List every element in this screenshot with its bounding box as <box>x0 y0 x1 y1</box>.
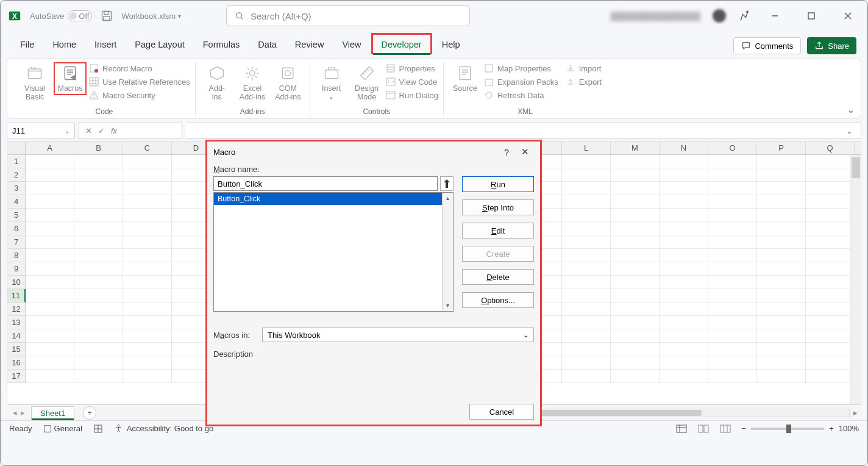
cell[interactable] <box>26 370 74 383</box>
row-header[interactable]: 11 <box>7 289 26 303</box>
cell[interactable] <box>562 356 611 370</box>
cell[interactable] <box>660 370 708 383</box>
cell[interactable] <box>708 329 757 343</box>
cell[interactable] <box>708 155 757 168</box>
cell[interactable] <box>74 303 123 316</box>
cell[interactable] <box>611 356 660 370</box>
cell[interactable] <box>806 235 855 249</box>
list-scrollbar[interactable]: ▴▾ <box>442 193 453 311</box>
cell[interactable] <box>562 209 611 222</box>
run-dialog-button[interactable]: Run Dialog <box>386 90 438 100</box>
cell[interactable] <box>708 182 757 195</box>
cell[interactable] <box>660 276 708 289</box>
cell[interactable] <box>26 235 74 249</box>
row-header[interactable]: 17 <box>7 370 26 383</box>
cell[interactable] <box>660 235 708 249</box>
options-button[interactable]: Options... <box>462 292 534 308</box>
col-header[interactable]: L <box>562 142 611 154</box>
cell[interactable] <box>660 316 708 329</box>
cell[interactable] <box>26 303 74 316</box>
cell[interactable] <box>611 303 660 316</box>
row-header[interactable]: 13 <box>7 316 26 329</box>
tab-view[interactable]: View <box>333 35 369 54</box>
tab-help[interactable]: Help <box>433 35 469 54</box>
cell[interactable] <box>806 155 855 168</box>
col-header[interactable]: C <box>123 142 172 154</box>
run-button[interactable]: Run <box>462 176 534 192</box>
view-normal-icon[interactable] <box>676 425 687 433</box>
cell[interactable] <box>74 343 123 356</box>
import-button[interactable]: Import <box>566 63 602 73</box>
cell[interactable] <box>660 329 708 343</box>
record-macro-button[interactable]: Record Macro <box>89 63 190 73</box>
tab-review[interactable]: Review <box>286 35 333 54</box>
select-all-corner[interactable] <box>7 142 26 154</box>
row-header[interactable]: 9 <box>7 262 26 276</box>
cell[interactable] <box>708 168 757 182</box>
cell[interactable] <box>74 329 123 343</box>
cell[interactable] <box>757 249 806 262</box>
cell[interactable] <box>74 276 123 289</box>
cell[interactable] <box>708 356 757 370</box>
sheet-tab-sheet1[interactable]: Sheet1 <box>31 406 74 420</box>
cell[interactable] <box>757 343 806 356</box>
cell[interactable] <box>611 343 660 356</box>
tab-page-layout[interactable]: Page Layout <box>126 35 193 54</box>
cell[interactable] <box>26 262 74 276</box>
cell[interactable] <box>660 249 708 262</box>
cell[interactable] <box>26 343 74 356</box>
tab-formulas[interactable]: Formulas <box>194 35 248 54</box>
cell[interactable] <box>806 303 855 316</box>
step-into-button[interactable]: Step Into <box>462 199 534 215</box>
zoom-value[interactable]: 100% <box>839 424 859 433</box>
macro-security-button[interactable]: Macro Security <box>89 90 190 100</box>
row-header[interactable]: 4 <box>7 195 26 209</box>
delete-button[interactable]: Delete <box>462 269 534 285</box>
row-header[interactable]: 14 <box>7 329 26 343</box>
cell[interactable] <box>123 168 172 182</box>
cell[interactable] <box>74 235 123 249</box>
cell[interactable] <box>806 262 855 276</box>
cell[interactable] <box>806 370 855 383</box>
autosave-toggle[interactable]: AutoSave Off <box>30 10 92 21</box>
design-mode-button[interactable]: Design Mode <box>350 62 383 104</box>
cell[interactable] <box>611 276 660 289</box>
cell[interactable] <box>757 182 806 195</box>
cell[interactable] <box>757 276 806 289</box>
cell[interactable] <box>26 249 74 262</box>
macro-list[interactable]: Button_Click ▴▾ <box>213 192 454 312</box>
relative-refs-button[interactable]: Use Relative References <box>89 77 190 87</box>
refresh-data-button[interactable]: Refresh Data <box>484 90 558 100</box>
cell[interactable] <box>26 195 74 209</box>
cell[interactable] <box>708 209 757 222</box>
zoom-out-icon[interactable]: − <box>742 424 747 433</box>
cell[interactable] <box>708 303 757 316</box>
status-stats-icon[interactable] <box>93 424 103 434</box>
cell[interactable] <box>757 329 806 343</box>
cell[interactable] <box>74 370 123 383</box>
view-code-button[interactable]: View Code <box>386 77 438 87</box>
cell[interactable] <box>26 222 74 235</box>
expansion-packs-button[interactable]: Expansion Packs <box>484 77 558 87</box>
cell[interactable] <box>74 182 123 195</box>
cell[interactable] <box>562 276 611 289</box>
ribbon-collapse-button[interactable]: ⌄ <box>847 105 855 115</box>
source-button[interactable]: Source <box>449 62 482 95</box>
cell[interactable] <box>123 316 172 329</box>
macro-name-input[interactable] <box>213 176 438 191</box>
cell[interactable] <box>757 303 806 316</box>
cell[interactable] <box>123 303 172 316</box>
enter-icon[interactable]: ✓ <box>98 126 105 135</box>
cell[interactable] <box>74 209 123 222</box>
cell[interactable] <box>708 343 757 356</box>
row-header[interactable]: 8 <box>7 249 26 262</box>
cell[interactable] <box>611 370 660 383</box>
cell[interactable] <box>806 222 855 235</box>
cell[interactable] <box>74 316 123 329</box>
map-properties-button[interactable]: Map Properties <box>484 63 558 73</box>
cell[interactable] <box>26 209 74 222</box>
row-header[interactable]: 15 <box>7 343 26 356</box>
cell[interactable] <box>123 222 172 235</box>
cell[interactable] <box>74 249 123 262</box>
search-input[interactable]: Search (Alt+Q) <box>226 5 470 26</box>
